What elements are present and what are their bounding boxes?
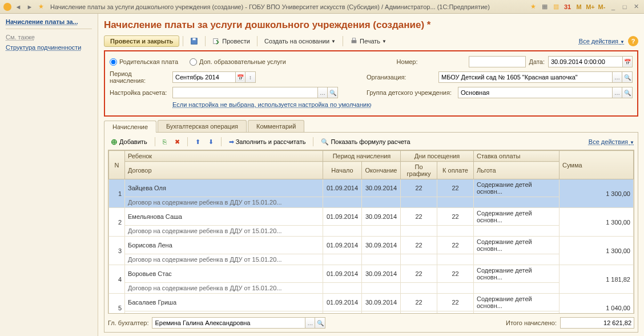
date-label: Дата: <box>529 58 545 65</box>
col-n[interactable]: N <box>109 151 125 179</box>
group-field[interactable] <box>458 87 612 98</box>
form-footer: Гл. бухгалтер: … 🔍 Итого начислено: <box>108 317 634 329</box>
table-row[interactable]: 5 Басалаев Гриша01.09.201430.09.2014 222… <box>109 294 634 311</box>
star-icon[interactable]: ★ <box>529 2 538 11</box>
total-label: Итого начислено: <box>506 319 557 326</box>
org-open-icon[interactable]: 🔍 <box>622 71 633 83</box>
table-row-contract[interactable]: Договор на содержание ребенка в ДДУ от 1… <box>109 283 634 294</box>
form-header: Родительская плата Доп. образовательные … <box>104 50 638 117</box>
memory-mplus-button[interactable]: M+ <box>586 2 595 11</box>
number-field[interactable] <box>469 56 526 67</box>
table-row[interactable]: 1 Зайцева Оля01.09.201430.09.2014 2222Со… <box>109 179 634 197</box>
col-end[interactable]: Окончание <box>362 162 401 179</box>
accountant-label: Гл. бухгалтер: <box>108 319 148 326</box>
col-start[interactable]: Начало <box>323 162 362 179</box>
number-label: Номер: <box>397 58 465 65</box>
sidebar: Начисление платы за... См. также Структу… <box>0 14 98 336</box>
setting-select-icon[interactable]: … <box>317 87 328 98</box>
date-field[interactable] <box>548 56 622 67</box>
command-bar: Провести и закрыть Провести Создать на о… <box>104 35 638 47</box>
tab-comment[interactable]: Комментарий <box>248 120 304 132</box>
setting-hint: Если настройка не выбрана, используется … <box>172 101 371 108</box>
period-label: Период начисления: <box>110 70 169 84</box>
magnifier-icon: 🔍 <box>321 138 329 146</box>
maximize-icon[interactable]: □ <box>620 2 629 11</box>
favorite-star-icon[interactable]: ★ <box>37 2 46 11</box>
col-sum[interactable]: Сумма <box>560 151 634 179</box>
col-child[interactable]: Ребенок <box>125 151 323 162</box>
svg-rect-1 <box>193 38 196 41</box>
period-picker-icon[interactable]: 📅 <box>235 71 245 83</box>
post-and-close-button[interactable]: Провести и закрыть <box>104 35 179 47</box>
memory-m-button[interactable]: M <box>574 2 583 11</box>
accrual-table[interactable]: N Ребенок Период начисления Дни посещени… <box>108 150 634 314</box>
help-button[interactable]: ? <box>628 36 638 46</box>
col-rate[interactable]: Ставка оплаты <box>474 151 560 162</box>
group-label: Группа детского учреждения: <box>367 89 454 96</box>
period-stepper-icon[interactable]: ↕ <box>245 71 256 83</box>
calendar-icon[interactable]: 31 <box>563 2 572 11</box>
content-area: Начисление платы за услуги дошкольного у… <box>98 14 644 336</box>
org-label: Организация: <box>367 74 435 81</box>
table-row-contract[interactable]: Договор на содержание ребенка в ДДУ от 1… <box>109 226 634 237</box>
add-row-button[interactable]: ⊕Добавить <box>108 136 150 147</box>
accountant-select-icon[interactable]: … <box>305 317 315 329</box>
sidebar-current-link[interactable]: Начисление платы за... <box>6 18 92 25</box>
plus-icon: ⊕ <box>111 137 118 146</box>
sidebar-structure-link[interactable]: Структура подчиненности <box>6 44 92 51</box>
tab-accrual[interactable]: Начисление <box>104 121 156 133</box>
print-button[interactable]: Печать ▼ <box>347 36 390 46</box>
group-select-icon[interactable]: … <box>612 87 622 98</box>
col-period[interactable]: Период начисления <box>323 151 401 162</box>
table-all-actions-link[interactable]: Все действия ▼ <box>589 138 634 145</box>
radio-parent-fee[interactable]: Родительская плата <box>110 58 178 66</box>
accountant-field[interactable] <box>152 317 305 329</box>
table-row-contract[interactable]: Договор на содержание ребенка в ДДУ от 1… <box>109 254 634 265</box>
setting-field[interactable] <box>172 87 317 98</box>
radio-extra-services[interactable]: Доп. образовательные услуги <box>190 58 286 66</box>
total-field <box>560 317 634 329</box>
nav-back-icon[interactable]: ◄ <box>14 2 23 11</box>
minimize-icon[interactable]: _ <box>609 2 618 11</box>
grid-icon[interactable]: ▦ <box>540 2 549 11</box>
col-visits[interactable]: Дни посещения <box>401 151 474 162</box>
show-formula-button[interactable]: 🔍Показать формулу расчета <box>318 137 413 147</box>
copy-row-icon[interactable]: ⎘ <box>160 137 170 146</box>
sidebar-see-also: См. также <box>6 34 92 41</box>
org-field[interactable] <box>438 71 612 83</box>
tab-bar: Начисление Бухгалтерская операция Коммен… <box>104 120 638 133</box>
post-button[interactable]: Провести <box>209 36 253 46</box>
org-select-icon[interactable]: … <box>612 71 622 83</box>
all-actions-link[interactable]: Все действия ▼ <box>579 38 625 45</box>
table-row-contract[interactable]: Договор на содержание ребенка в ДДУ от 1… <box>109 311 634 314</box>
delete-row-icon[interactable]: ✖ <box>172 137 183 147</box>
group-open-icon[interactable]: 🔍 <box>622 87 633 98</box>
table-row-contract[interactable]: Договор на содержание ребенка в ДДУ от 1… <box>109 197 634 208</box>
tab-content: ⊕Добавить ⎘ ✖ ⬆ ⬇ ➡Заполнить и рассчитат… <box>104 133 638 333</box>
table-row[interactable]: 4 Воровьев Стас01.09.201430.09.2014 2222… <box>109 265 634 283</box>
fill-calc-button[interactable]: ➡Заполнить и рассчитать <box>226 137 309 147</box>
tab-accounting[interactable]: Бухгалтерская операция <box>158 120 247 132</box>
chevron-down-icon: ▼ <box>382 39 387 44</box>
table-row[interactable]: 2 Емельянова Саша01.09.201430.09.2014 22… <box>109 208 634 226</box>
chevron-down-icon: ▼ <box>331 39 336 44</box>
accountant-open-icon[interactable]: 🔍 <box>315 317 325 329</box>
nav-fwd-icon[interactable]: ► <box>25 2 34 11</box>
setting-open-icon[interactable]: 🔍 <box>328 87 338 98</box>
col-contract[interactable]: Договор <box>125 162 323 179</box>
save-icon[interactable] <box>187 36 202 46</box>
close-icon[interactable]: ✕ <box>631 2 641 11</box>
col-discount[interactable]: Льгота <box>474 162 560 179</box>
calc-icon[interactable]: ▥ <box>552 2 561 11</box>
memory-mminus-button[interactable]: M- <box>597 2 606 11</box>
period-field[interactable] <box>172 71 235 83</box>
window-title: Начисление платы за услуги дошкольного у… <box>50 3 528 10</box>
col-pay[interactable]: К оплате <box>437 162 474 179</box>
col-sched[interactable]: По графику <box>401 162 437 179</box>
create-based-button[interactable]: Создать на основании ▼ <box>261 37 339 46</box>
calendar-picker-icon[interactable]: 📅 <box>622 56 633 67</box>
move-down-icon[interactable]: ⬇ <box>206 137 216 147</box>
move-up-icon[interactable]: ⬆ <box>192 137 203 147</box>
table-row[interactable]: 3 Борисова Лена01.09.201430.09.2014 2222… <box>109 237 634 254</box>
setting-label: Настройка расчета: <box>110 89 169 96</box>
